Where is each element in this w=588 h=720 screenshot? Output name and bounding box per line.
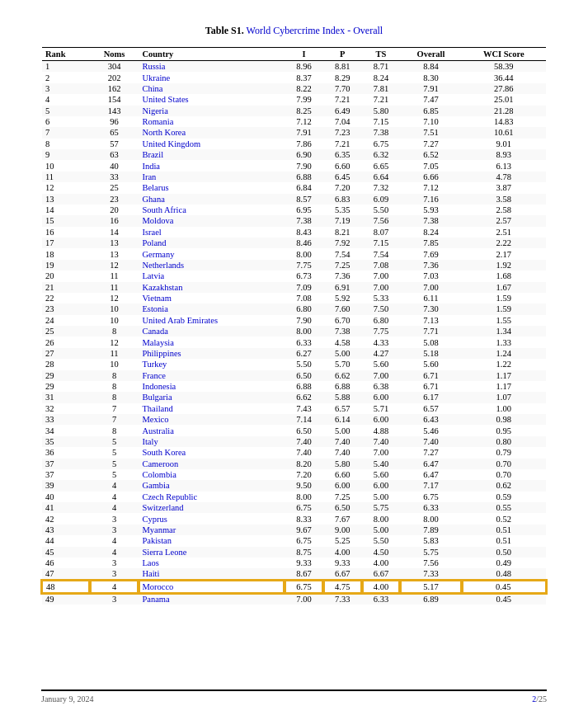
- i-cell: 6.88: [285, 172, 323, 182]
- ts-cell: 7.21: [362, 94, 401, 105]
- p-cell: 5.25: [323, 535, 362, 546]
- overall-cell: 6.52: [400, 149, 461, 160]
- rank-cell: 42: [42, 513, 90, 524]
- ts-cell: 4.50: [362, 547, 401, 558]
- footer-date: January 9, 2024: [41, 694, 94, 704]
- noms-cell: 96: [90, 116, 139, 127]
- wci-cell: 21.28: [462, 106, 546, 116]
- p-cell: 6.50: [323, 502, 362, 513]
- p-cell: 5.35: [323, 205, 362, 215]
- ts-cell: 7.15: [362, 238, 401, 248]
- noms-cell: 5: [90, 436, 139, 447]
- rank-cell: 34: [42, 425, 90, 435]
- page-current: 2: [532, 694, 536, 704]
- ts-cell: 4.00: [362, 581, 401, 593]
- noms-cell: 4: [90, 535, 139, 546]
- ts-cell: 8.00: [362, 513, 401, 524]
- ts-cell: 5.50: [362, 205, 401, 215]
- table-row: 404Czech Republic8.007.255.006.750.59: [42, 492, 546, 502]
- noms-cell: 40: [90, 160, 139, 171]
- noms-cell: 154: [90, 94, 139, 105]
- table-row: 4154United States7.997.217.217.4725.01: [42, 94, 546, 105]
- wci-cell: 0.95: [462, 425, 546, 435]
- i-cell: 6.80: [285, 304, 323, 314]
- wci-cell: 3.87: [462, 182, 546, 193]
- noms-cell: 8: [90, 381, 139, 392]
- p-cell: 7.19: [323, 215, 362, 226]
- table-row: 463Laos9.339.334.007.560.49: [42, 558, 546, 568]
- table-row: 318Bulgaria6.625.886.006.171.07: [42, 392, 546, 402]
- table-row: 1614Israel8.438.218.078.242.51: [42, 227, 546, 238]
- table-row: 433Myanmar9.679.005.007.890.51: [42, 525, 546, 535]
- table-row: 1225Belarus6.847.207.327.123.87: [42, 182, 546, 193]
- table-row: 2011Latvia6.737.367.007.031.68: [42, 271, 546, 281]
- i-cell: 8.37: [285, 72, 323, 82]
- ts-cell: 8.71: [362, 61, 401, 73]
- i-cell: 9.67: [285, 525, 323, 535]
- p-cell: 7.21: [323, 94, 362, 105]
- col-noms: Noms: [90, 48, 139, 61]
- p-cell: 6.49: [323, 106, 362, 116]
- i-cell: 6.62: [285, 392, 323, 402]
- rank-cell: 36: [42, 447, 90, 458]
- table-row: 2410United Arab Emirates7.906.706.807.13…: [42, 315, 546, 326]
- i-cell: 7.43: [285, 403, 323, 414]
- i-cell: 7.12: [285, 116, 323, 127]
- ts-cell: 6.64: [362, 172, 401, 182]
- i-cell: 7.14: [285, 414, 323, 425]
- p-cell: 4.75: [323, 581, 362, 593]
- i-cell: 8.96: [285, 61, 323, 73]
- ts-cell: 7.81: [362, 83, 401, 94]
- country-cell: Latvia: [139, 271, 285, 281]
- noms-cell: 7: [90, 414, 139, 425]
- ts-cell: 6.00: [362, 480, 401, 491]
- noms-cell: 8: [90, 425, 139, 435]
- rank-cell: 24: [42, 315, 90, 326]
- ts-cell: 4.33: [362, 336, 401, 347]
- col-overall: Overall: [400, 48, 461, 61]
- noms-cell: 7: [90, 403, 139, 414]
- country-cell: Malaysia: [139, 336, 285, 347]
- country-cell: Canada: [139, 326, 285, 336]
- data-table: Rank Noms Country I P TS Overall WCI Sco…: [41, 47, 547, 605]
- noms-cell: 13: [90, 238, 139, 248]
- rank-cell: 23: [42, 304, 90, 314]
- table-row: 1420South Africa6.955.355.505.932.58: [42, 205, 546, 215]
- noms-cell: 3: [90, 593, 139, 605]
- ts-cell: 5.00: [362, 525, 401, 535]
- i-cell: 6.84: [285, 182, 323, 193]
- ts-cell: 6.32: [362, 149, 401, 160]
- wci-cell: 36.44: [462, 72, 546, 82]
- col-i: I: [285, 48, 323, 61]
- ts-cell: 6.09: [362, 194, 401, 205]
- ts-cell: 7.50: [362, 304, 401, 314]
- rank-cell: 3: [42, 83, 90, 94]
- overall-cell: 8.84: [400, 61, 461, 73]
- country-cell: Czech Republic: [139, 492, 285, 502]
- p-cell: 6.35: [323, 149, 362, 160]
- country-cell: Thailand: [139, 403, 285, 414]
- i-cell: 7.99: [285, 94, 323, 105]
- overall-cell: 7.33: [400, 568, 461, 580]
- i-cell: 7.08: [285, 293, 323, 304]
- i-cell: 7.20: [285, 469, 323, 480]
- overall-cell: 7.12: [400, 182, 461, 193]
- table-row: 1912Netherlands7.757.257.087.361.92: [42, 260, 546, 271]
- table-row: 327Thailand7.436.575.716.571.00: [42, 403, 546, 414]
- overall-cell: 7.40: [400, 436, 461, 447]
- rank-cell: 7: [42, 127, 90, 138]
- country-cell: Philippines: [139, 348, 285, 359]
- i-cell: 6.75: [285, 581, 323, 593]
- i-cell: 9.50: [285, 480, 323, 491]
- table-row: 1133Iran6.886.456.646.664.78: [42, 172, 546, 182]
- country-cell: North Korea: [139, 127, 285, 138]
- rank-cell: 49: [42, 593, 90, 605]
- table-row: 1040India7.906.606.657.056.13: [42, 160, 546, 171]
- noms-cell: 4: [90, 581, 139, 593]
- i-cell: 8.33: [285, 513, 323, 524]
- overall-cell: 7.17: [400, 480, 461, 491]
- noms-cell: 25: [90, 182, 139, 193]
- overall-cell: 8.00: [400, 513, 461, 524]
- table-row: 444Pakistan6.755.255.505.830.51: [42, 535, 546, 546]
- p-cell: 7.54: [323, 248, 362, 259]
